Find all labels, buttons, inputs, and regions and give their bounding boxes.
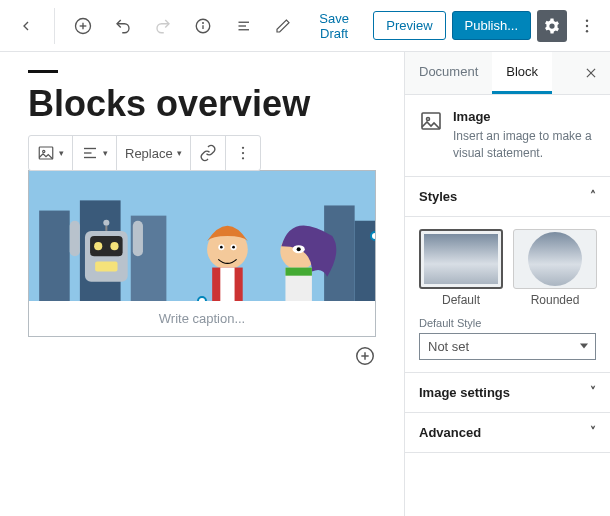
svg-point-19 bbox=[242, 157, 244, 159]
svg-rect-30 bbox=[95, 261, 117, 271]
svg-point-5 bbox=[203, 22, 204, 23]
settings-sidebar: Document Block Image Insert an image to … bbox=[404, 52, 610, 516]
image-icon bbox=[419, 109, 443, 133]
topbar-right: Save Draft Preview Publish... bbox=[301, 5, 602, 47]
list-icon bbox=[234, 17, 252, 35]
tab-block[interactable]: Block bbox=[492, 52, 552, 94]
link-icon bbox=[199, 144, 217, 162]
panel-image-settings-header[interactable]: Image settings ˅ bbox=[405, 373, 610, 413]
plus-circle-icon bbox=[354, 345, 376, 367]
block-more-button[interactable] bbox=[226, 136, 260, 170]
chevron-down-icon: ˅ bbox=[590, 425, 596, 439]
redo-icon bbox=[154, 17, 172, 35]
svg-point-11 bbox=[586, 30, 588, 32]
close-icon bbox=[584, 66, 598, 80]
svg-rect-34 bbox=[133, 221, 143, 257]
style-option-default[interactable]: Default bbox=[419, 229, 503, 307]
info-icon bbox=[194, 17, 212, 35]
image-content[interactable] bbox=[29, 171, 375, 301]
back-button[interactable] bbox=[8, 8, 44, 44]
svg-rect-46 bbox=[285, 268, 311, 276]
close-sidebar-button[interactable] bbox=[572, 56, 610, 90]
gear-icon bbox=[543, 17, 561, 35]
topbar-left bbox=[8, 8, 301, 44]
outline-button[interactable] bbox=[225, 8, 261, 44]
block-toolbar: ▾ ▾ Replace ▾ bbox=[28, 135, 261, 171]
chevron-left-icon bbox=[18, 18, 34, 34]
svg-point-39 bbox=[232, 246, 235, 249]
block-card: Image Insert an image to make a visual s… bbox=[405, 95, 610, 177]
publish-button[interactable]: Publish... bbox=[452, 11, 531, 40]
divider bbox=[54, 8, 55, 44]
replace-button[interactable]: Replace ▾ bbox=[117, 136, 190, 170]
default-style-label: Default Style bbox=[419, 317, 596, 329]
svg-point-18 bbox=[242, 152, 244, 154]
resize-handle-right[interactable] bbox=[370, 231, 375, 241]
svg-point-32 bbox=[103, 220, 109, 226]
inline-inserter[interactable] bbox=[354, 345, 376, 367]
more-vertical-icon bbox=[578, 17, 596, 35]
style-label: Default bbox=[419, 293, 503, 307]
svg-point-28 bbox=[94, 242, 102, 250]
chevron-down-icon: ▾ bbox=[59, 148, 64, 158]
redo-button[interactable] bbox=[145, 8, 181, 44]
style-option-rounded[interactable]: Rounded bbox=[513, 229, 597, 307]
svg-point-13 bbox=[43, 150, 45, 152]
preview-button[interactable]: Preview bbox=[373, 11, 445, 40]
svg-point-29 bbox=[110, 242, 118, 250]
undo-button[interactable] bbox=[105, 8, 141, 44]
default-style-select[interactable]: Not set bbox=[419, 333, 596, 360]
svg-rect-21 bbox=[39, 211, 70, 301]
svg-point-44 bbox=[297, 247, 301, 251]
svg-rect-33 bbox=[70, 221, 80, 257]
add-block-button[interactable] bbox=[65, 8, 101, 44]
image-caption-input[interactable]: Write caption... bbox=[29, 301, 375, 336]
chevron-up-icon: ˄ bbox=[590, 189, 596, 203]
sidebar-tabs: Document Block bbox=[405, 52, 610, 95]
title-accent bbox=[28, 70, 58, 73]
cartoon-image bbox=[29, 171, 375, 301]
svg-rect-41 bbox=[220, 268, 234, 301]
image-block[interactable]: Write caption... bbox=[28, 170, 376, 337]
svg-point-53 bbox=[427, 118, 430, 121]
plus-circle-icon bbox=[73, 16, 93, 36]
chevron-down-icon: ▾ bbox=[177, 148, 182, 158]
more-vertical-icon bbox=[234, 144, 252, 162]
settings-button[interactable] bbox=[537, 10, 566, 42]
pencil-icon bbox=[275, 18, 291, 34]
undo-icon bbox=[114, 17, 132, 35]
style-label: Rounded bbox=[513, 293, 597, 307]
block-card-description: Insert an image to make a visual stateme… bbox=[453, 128, 596, 162]
svg-point-10 bbox=[586, 24, 588, 26]
edit-mode-button[interactable] bbox=[265, 8, 301, 44]
panel-advanced-header[interactable]: Advanced ˅ bbox=[405, 413, 610, 453]
save-draft-button[interactable]: Save Draft bbox=[301, 5, 367, 47]
panel-styles-body: Default Rounded Default Style Not set bbox=[405, 217, 610, 373]
block-type-button[interactable]: ▾ bbox=[29, 136, 72, 170]
info-button[interactable] bbox=[185, 8, 221, 44]
chevron-down-icon: ▾ bbox=[103, 148, 108, 158]
link-button[interactable] bbox=[191, 136, 225, 170]
chevron-down-icon: ˅ bbox=[590, 385, 596, 399]
tab-document[interactable]: Document bbox=[405, 52, 492, 94]
more-menu-button[interactable] bbox=[573, 8, 602, 44]
post-title[interactable]: Blocks overview bbox=[28, 83, 376, 125]
svg-point-9 bbox=[586, 19, 588, 21]
svg-point-17 bbox=[242, 147, 244, 149]
panel-styles-header[interactable]: Styles ˄ bbox=[405, 177, 610, 217]
resize-handle-bottom[interactable] bbox=[197, 296, 207, 301]
align-button[interactable]: ▾ bbox=[73, 136, 116, 170]
editor-topbar: Save Draft Preview Publish... bbox=[0, 0, 610, 52]
align-icon bbox=[81, 144, 99, 162]
editor-canvas[interactable]: Blocks overview ▾ ▾ Replace ▾ bbox=[0, 52, 404, 516]
svg-point-38 bbox=[220, 246, 223, 249]
image-icon bbox=[37, 144, 55, 162]
main-area: Blocks overview ▾ ▾ Replace ▾ bbox=[0, 52, 610, 516]
block-card-title: Image bbox=[453, 109, 596, 124]
